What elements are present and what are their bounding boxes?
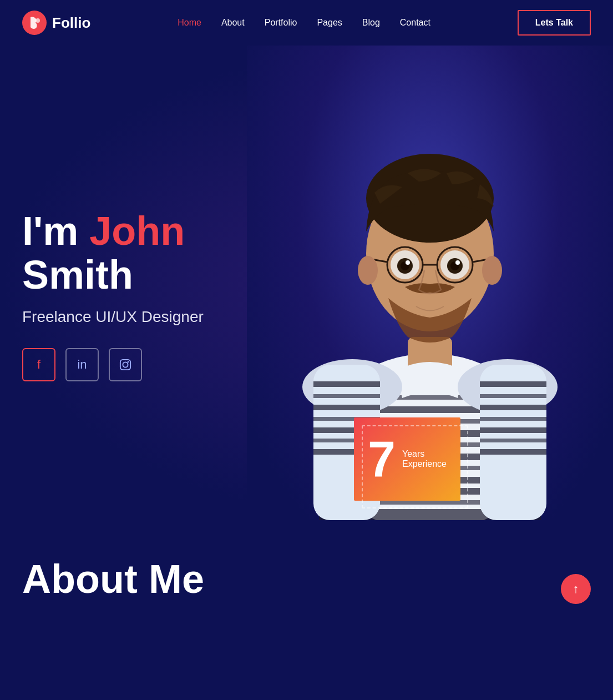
scroll-to-top-button[interactable]: ↑ [561,574,591,604]
svg-point-53 [123,362,128,367]
navbar: Follio Home About Portfolio Pages Blog C… [0,0,613,46]
svg-rect-33 [480,439,546,442]
nav-item-contact[interactable]: Contact [400,18,430,28]
svg-rect-22 [313,394,380,398]
nav-link-about[interactable]: About [221,18,245,27]
svg-rect-28 [480,381,546,387]
nav-link-contact[interactable]: Contact [400,18,430,27]
hero-intro: I'm [22,209,89,253]
svg-point-46 [455,260,460,265]
instagram-icon [119,359,131,371]
svg-point-1 [36,18,40,23]
nav-item-blog[interactable]: Blog [362,18,380,28]
logo-text: Follio [52,14,90,32]
nav-link-pages[interactable]: Pages [317,18,342,27]
social-icons: f in [22,348,277,381]
linkedin-icon: in [77,357,87,372]
svg-rect-34 [480,449,546,455]
experience-years: 7 [368,434,396,484]
svg-point-54 [128,361,129,363]
linkedin-button[interactable]: in [65,348,99,381]
logo[interactable]: Follio [22,11,90,35]
hero-title: I'm John Smith [22,209,277,297]
svg-rect-52 [120,360,130,370]
nav-links: Home About Portfolio Pages Blog Contact [178,18,430,28]
hero-content: I'm John Smith Freelance UI/UX Designer … [22,209,277,381]
nav-link-blog[interactable]: Blog [362,18,380,27]
arrow-up-icon: ↑ [573,582,579,596]
experience-text: Years Experience [402,449,447,469]
hero-firstname: John [89,209,185,253]
svg-rect-21 [313,381,380,387]
about-section: About Me ↑ [0,523,613,624]
experience-line2: Experience [402,459,447,469]
svg-rect-31 [480,417,546,421]
experience-badge: 7 Years Experience [354,417,460,501]
svg-rect-29 [480,394,546,398]
instagram-button[interactable] [109,348,142,381]
nav-item-home[interactable]: Home [178,18,201,28]
hero-section: 7 Years Experience I'm John Smith Freela… [0,46,613,523]
nav-item-pages[interactable]: Pages [317,18,342,28]
nav-link-portfolio[interactable]: Portfolio [265,18,297,27]
nav-link-home[interactable]: Home [178,18,201,27]
facebook-icon: f [37,357,40,372]
logo-icon [22,11,47,35]
nav-item-about[interactable]: About [221,18,245,28]
lets-talk-button[interactable]: Lets Talk [518,10,591,36]
hero-lastname: Smith [22,253,133,297]
hero-subtitle: Freelance UI/UX Designer [22,308,277,326]
nav-item-portfolio[interactable]: Portfolio [265,18,297,28]
experience-line1: Years [402,449,447,459]
experience-block: 7 Years Experience [354,417,460,501]
svg-rect-30 [480,405,546,410]
svg-point-51 [482,256,502,285]
svg-point-41 [406,260,410,265]
svg-rect-32 [480,427,546,433]
facebook-button[interactable]: f [22,348,55,381]
svg-rect-23 [313,405,380,410]
svg-point-50 [358,256,378,285]
about-title: About Me [22,556,591,602]
